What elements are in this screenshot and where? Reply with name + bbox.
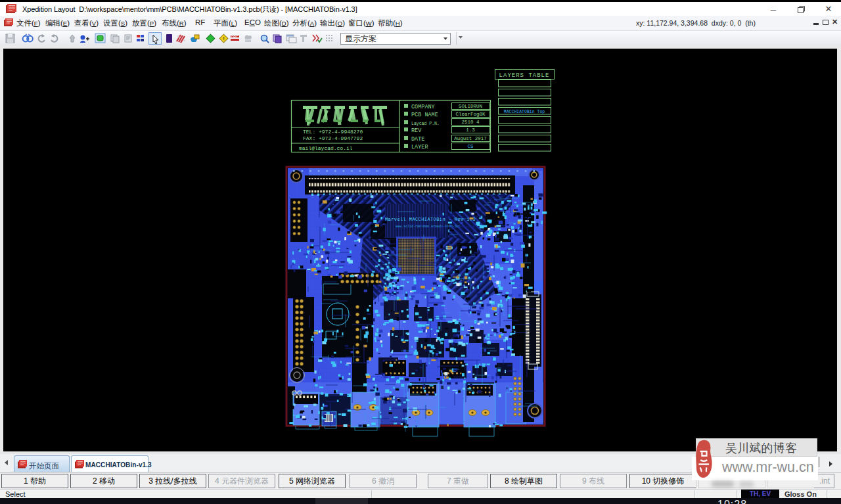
svg-text:Laycad P.N.: Laycad P.N.	[411, 122, 440, 126]
svg-text:COMPANY: COMPANY	[411, 104, 435, 110]
svg-text:!: !	[223, 35, 224, 41]
svg-text:LAYERS TABLE: LAYERS TABLE	[499, 72, 550, 79]
svg-text:mail@laycad.co.il: mail@laycad.co.il	[299, 145, 353, 151]
svg-text:MACCHIATOBin Top: MACCHIATOBin Top	[504, 110, 545, 114]
svg-text:2510 4: 2510 4	[461, 120, 480, 125]
svg-text:TEL: +972-4-9948270: TEL: +972-4-9948270	[303, 129, 363, 135]
svg-text:1.3: 1.3	[466, 127, 475, 133]
svg-text:PCB NAME: PCB NAME	[411, 112, 438, 118]
svg-text:August 2017: August 2017	[454, 136, 487, 141]
svg-text:Marvell MACCHIATOBin - Rev 1.3: Marvell MACCHIATOBin - Rev 1.3	[385, 217, 476, 222]
svg-text:REV: REV	[411, 127, 422, 134]
svg-text:FAX: +972-4-9947792: FAX: +972-4-9947792	[303, 135, 363, 141]
svg-text:DATE: DATE	[411, 136, 424, 143]
svg-text:LAYER: LAYER	[411, 144, 428, 150]
svg-text:CS: CS	[467, 144, 474, 149]
svg-text:DRC: DRC	[231, 35, 239, 39]
svg-text:ClearFog8K: ClearFog8K	[455, 112, 486, 117]
svg-text:SOLIDRUN: SOLIDRUN	[459, 104, 482, 109]
